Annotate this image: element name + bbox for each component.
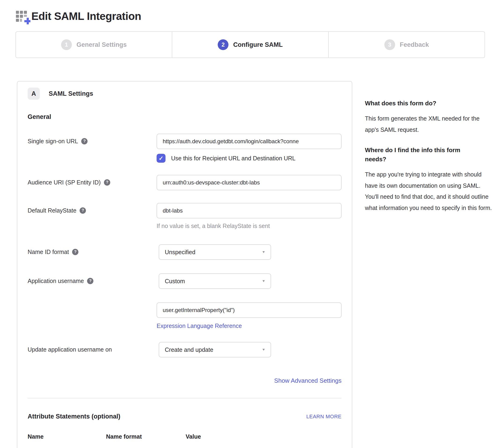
help-heading-where: Where do I find the info this form needs… <box>365 145 475 164</box>
audience-uri-control-col <box>157 175 341 190</box>
relaystate-label: Default RelayState <box>28 207 76 214</box>
custom-expression-row: Expression Language Reference <box>28 303 341 329</box>
recipient-url-checkbox[interactable]: ✓ <box>157 154 165 163</box>
audience-uri-label: Audience URI (SP Entity ID) <box>28 179 101 186</box>
learn-more-link[interactable]: LEARN MORE <box>306 414 341 420</box>
page-title: Edit SAML Integration <box>31 10 141 22</box>
saml-settings-card: A SAML Settings General Single sign-on U… <box>17 81 352 448</box>
nameid-format-value: Unspecified <box>165 249 195 256</box>
step-feedback[interactable]: 3 Feedback <box>328 32 484 58</box>
recipient-url-checkbox-row: ✓ Use this for Recipient URL and Destina… <box>157 154 341 163</box>
app-username-select[interactable]: Custom ▼ <box>159 273 271 289</box>
update-username-label: Update application username on <box>28 346 112 353</box>
app-username-row: Application username? Custom ▼ <box>28 273 341 289</box>
help-paragraph-what: This form generates the XML needed for t… <box>365 113 493 135</box>
relaystate-hint: If no value is set, a blank RelayState i… <box>157 223 341 229</box>
attribute-table-header: Name Name format Value <box>28 433 341 440</box>
help-heading-what: What does this form do? <box>365 99 475 108</box>
help-sidebar: What does this form do? This form genera… <box>365 81 493 224</box>
chevron-down-icon: ▼ <box>262 250 265 254</box>
relaystate-label-col: Default RelayState? <box>28 203 157 229</box>
attribute-statements-header: Attribute Statements (optional) LEARN MO… <box>28 413 341 420</box>
page-header: Edit SAML Integration <box>0 0 500 24</box>
column-header-name-format: Name format <box>106 433 186 440</box>
custom-expression-control-col: Expression Language Reference <box>157 303 341 329</box>
attribute-statements-title: Attribute Statements (optional) <box>28 413 120 420</box>
relaystate-row: Default RelayState? If no value is set, … <box>28 203 341 229</box>
custom-expression-label-spacer <box>28 303 157 329</box>
sso-url-help-icon[interactable]: ? <box>81 138 88 144</box>
nameid-format-row: Name ID format? Unspecified ▼ <box>28 244 341 260</box>
custom-expression-input[interactable] <box>157 303 341 318</box>
nameid-format-label: Name ID format <box>28 249 69 255</box>
step-wizard: 1 General Settings 2 Configure SAML 3 Fe… <box>16 31 485 58</box>
panel-header: A SAML Settings <box>28 88 341 100</box>
expression-language-reference-link[interactable]: Expression Language Reference <box>157 322 242 329</box>
audience-uri-row: Audience URI (SP Entity ID)? <box>28 175 341 190</box>
column-header-value: Value <box>186 433 341 440</box>
step-1-label: General Settings <box>77 41 127 48</box>
update-username-select[interactable]: Create and update ▼ <box>159 342 271 357</box>
app-username-control-col: Custom ▼ <box>159 273 341 289</box>
help-paragraph-where: The app you're trying to integrate with … <box>365 169 493 213</box>
panel-title: SAML Settings <box>49 90 93 97</box>
nameid-format-control-col: Unspecified ▼ <box>159 244 341 260</box>
update-username-control-col: Create and update ▼ <box>159 342 341 357</box>
audience-uri-input[interactable] <box>157 175 341 190</box>
chevron-down-icon: ▼ <box>262 348 265 351</box>
step-2-label: Configure SAML <box>233 41 283 48</box>
nameid-format-help-icon[interactable]: ? <box>72 249 79 255</box>
step-general-settings[interactable]: 1 General Settings <box>16 32 172 58</box>
sso-url-input[interactable] <box>157 134 341 149</box>
nameid-format-select[interactable]: Unspecified ▼ <box>159 244 271 260</box>
step-2-circle: 2 <box>218 39 228 50</box>
column-header-name: Name <box>28 433 106 440</box>
update-username-value: Create and update <box>165 346 213 353</box>
chevron-down-icon: ▼ <box>262 279 265 283</box>
step-1-circle: 1 <box>61 39 72 50</box>
section-a-badge: A <box>28 88 40 100</box>
relaystate-control-col: If no value is set, a blank RelayState i… <box>157 203 341 229</box>
step-3-circle: 3 <box>384 39 395 50</box>
app-grid-plus-icon <box>15 8 31 24</box>
app-username-label: Application username <box>28 278 84 284</box>
show-advanced-settings-link[interactable]: Show Advanced Settings <box>274 377 341 384</box>
advanced-settings-row: Show Advanced Settings <box>28 377 341 384</box>
update-username-label-col: Update application username on <box>28 342 159 357</box>
audience-uri-label-col: Audience URI (SP Entity ID)? <box>28 175 157 190</box>
main-content: A SAML Settings General Single sign-on U… <box>17 81 500 448</box>
general-section-title: General <box>28 113 341 121</box>
relaystate-help-icon[interactable]: ? <box>80 207 86 214</box>
sso-url-row: Single sign-on URL? ✓ Use this for Recip… <box>28 134 341 163</box>
nameid-format-label-col: Name ID format? <box>28 244 159 260</box>
sso-url-control-col: ✓ Use this for Recipient URL and Destina… <box>157 134 341 163</box>
app-username-help-icon[interactable]: ? <box>87 278 93 284</box>
sso-url-label-col: Single sign-on URL? <box>28 134 157 163</box>
recipient-url-checkbox-label: Use this for Recipient URL and Destinati… <box>171 155 295 162</box>
step-3-label: Feedback <box>400 41 429 48</box>
relaystate-input[interactable] <box>157 203 341 218</box>
sso-url-label: Single sign-on URL <box>28 138 78 144</box>
section-divider <box>28 398 341 398</box>
audience-uri-help-icon[interactable]: ? <box>104 179 110 186</box>
update-username-row: Update application username on Create an… <box>28 342 341 357</box>
step-configure-saml[interactable]: 2 Configure SAML <box>172 32 328 58</box>
app-username-label-col: Application username? <box>28 273 159 289</box>
expression-language-link-row: Expression Language Reference <box>157 322 341 329</box>
app-username-value: Custom <box>165 278 185 285</box>
